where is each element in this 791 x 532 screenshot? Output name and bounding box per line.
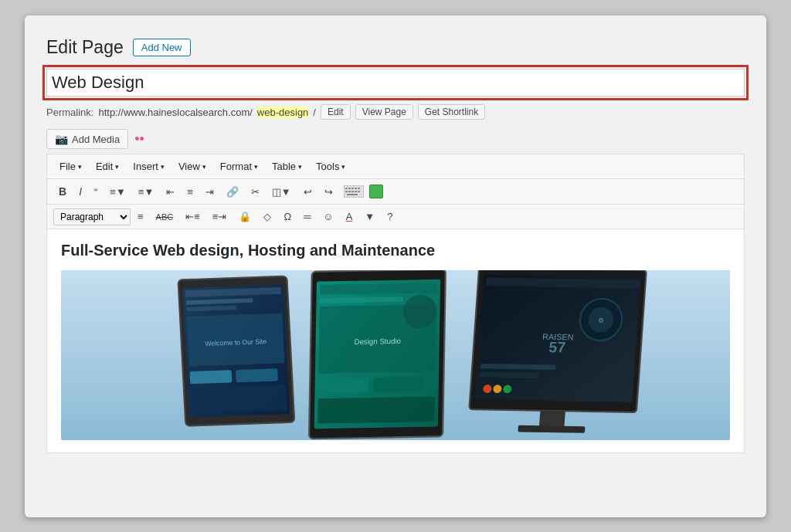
menu-table[interactable]: Table ▾ — [266, 158, 308, 175]
svg-rect-4 — [355, 188, 357, 189]
menu-edit[interactable]: Edit ▾ — [90, 158, 125, 175]
svg-rect-41 — [480, 372, 538, 378]
table-button[interactable]: ◫▼ — [266, 183, 297, 201]
svg-rect-7 — [348, 191, 351, 192]
svg-text:Design Studio: Design Studio — [354, 337, 401, 346]
strikethrough-button[interactable]: ABC — [151, 209, 179, 225]
page-title: Edit Page — [46, 37, 124, 58]
svg-rect-5 — [358, 188, 360, 189]
page-title-input[interactable] — [52, 73, 739, 93]
chevron-down-icon: ▾ — [298, 163, 302, 171]
media-icon: 📷 — [55, 133, 68, 145]
align-left-button[interactable]: ⇤ — [161, 183, 180, 201]
chevron-down-icon: ▾ — [254, 163, 258, 171]
svg-rect-8 — [351, 191, 354, 192]
svg-rect-31 — [317, 397, 435, 424]
align-center-button[interactable]: ≡ — [182, 183, 199, 201]
svg-text:57: 57 — [548, 338, 566, 355]
italic-button[interactable]: I — [73, 182, 87, 201]
svg-rect-10 — [358, 191, 360, 192]
wp-more-button[interactable]: 🔒 — [233, 208, 256, 225]
redo-button[interactable]: ↪ — [319, 183, 338, 201]
help-button[interactable]: ? — [382, 208, 398, 225]
bold-button[interactable]: B — [53, 182, 72, 201]
permalink-trail: / — [313, 107, 316, 118]
svg-rect-29 — [318, 378, 368, 394]
svg-rect-22 — [191, 385, 287, 413]
permalink-base: http://www.haineslocalsearch.com/ — [98, 107, 252, 118]
svg-rect-6 — [345, 191, 348, 192]
font-color-arrow-button[interactable]: ▼ — [359, 208, 380, 225]
svg-rect-9 — [355, 191, 357, 192]
svg-rect-11 — [347, 194, 358, 195]
menu-view[interactable]: View ▾ — [172, 158, 212, 175]
ordered-list-button[interactable]: ≡▼ — [133, 183, 159, 201]
visual-dots-icon[interactable]: •• — [134, 131, 144, 147]
permalink-slug: web-design — [257, 107, 309, 118]
svg-rect-21 — [236, 368, 278, 382]
toolbar-row2: Paragraph Heading 1 Heading 2 Heading 3 … — [47, 205, 744, 229]
content-image: Welcome to Our Site Design Studio — [61, 270, 730, 440]
chevron-down-icon: ▾ — [161, 163, 165, 171]
justify-button[interactable]: ≡ — [132, 208, 149, 225]
chevron-down-icon: ▾ — [78, 163, 82, 171]
special-chars-button[interactable]: Ω — [278, 208, 297, 225]
green-color-box[interactable] — [369, 185, 383, 198]
undo-button[interactable]: ↩ — [298, 183, 317, 201]
permalink-label: Permalink: — [46, 107, 93, 118]
svg-rect-3 — [351, 188, 354, 189]
svg-rect-36 — [518, 425, 585, 433]
svg-rect-35 — [539, 411, 565, 428]
svg-rect-30 — [373, 377, 423, 393]
add-new-button[interactable]: Add New — [133, 39, 191, 56]
keyboard-icon — [344, 185, 364, 198]
menu-format[interactable]: Format ▾ — [214, 158, 264, 175]
permalink-edit-button[interactable]: Edit — [321, 104, 351, 120]
link-button[interactable]: 🔗 — [221, 183, 244, 201]
horizontal-rule-button[interactable]: ═ — [298, 208, 316, 225]
indent-button[interactable]: ≡⇥ — [207, 208, 233, 225]
chevron-down-icon: ▾ — [202, 163, 206, 171]
view-page-button[interactable]: View Page — [355, 104, 413, 120]
media-bar: 📷 Add Media •• — [46, 129, 745, 149]
remove-format-button[interactable]: ◇ — [258, 208, 277, 225]
unordered-list-button[interactable]: ≡▼ — [104, 183, 131, 201]
svg-rect-1 — [345, 188, 348, 189]
menu-bar: File ▾ Edit ▾ Insert ▾ View ▾ Format ▾ T… — [47, 154, 744, 179]
svg-text:⚙: ⚙ — [598, 317, 605, 324]
blockquote-button[interactable]: “ — [89, 183, 103, 201]
svg-rect-2 — [348, 188, 351, 189]
chevron-down-icon: ▾ — [341, 163, 345, 171]
add-media-label: Add Media — [72, 134, 120, 145]
emoticons-button[interactable]: ☺ — [317, 208, 338, 225]
page-wrapper: Edit Page Add New Permalink: http://www.… — [25, 15, 766, 517]
align-right-button[interactable]: ⇥ — [200, 183, 219, 201]
toolbar-row1: B I “ ≡▼ ≡▼ ⇤ ≡ ⇥ 🔗 ✂ ◫▼ ↩ ↪ — [47, 179, 744, 205]
editor-toolbar: File ▾ Edit ▾ Insert ▾ View ▾ Format ▾ T… — [46, 154, 745, 229]
menu-file[interactable]: File ▾ — [53, 158, 88, 175]
get-shortlink-button[interactable]: Get Shortlink — [418, 104, 485, 120]
unlink-button[interactable]: ✂ — [246, 183, 265, 201]
svg-rect-20 — [189, 370, 232, 384]
content-heading: Full-Service Web design, Hosting and Mai… — [61, 242, 730, 259]
svg-rect-25 — [320, 283, 437, 295]
outdent-button[interactable]: ⇤≡ — [180, 208, 205, 225]
permalink-bar: Permalink: http://www.haineslocalsearch.… — [46, 104, 745, 120]
title-input-wrapper — [46, 69, 745, 97]
keyboard-button[interactable] — [340, 183, 368, 200]
menu-insert[interactable]: Insert ▾ — [127, 158, 171, 175]
devices-illustration: Welcome to Our Site Design Studio — [61, 270, 730, 440]
page-header: Edit Page Add New — [46, 37, 745, 58]
paragraph-select[interactable]: Paragraph Heading 1 Heading 2 Heading 3 — [53, 208, 131, 225]
add-media-button[interactable]: 📷 Add Media — [46, 129, 128, 149]
font-color-button[interactable]: A — [341, 208, 358, 225]
menu-tools[interactable]: Tools ▾ — [310, 158, 351, 175]
chevron-down-icon: ▾ — [115, 163, 119, 171]
editor-content[interactable]: Full-Service Web design, Hosting and Mai… — [46, 229, 745, 453]
